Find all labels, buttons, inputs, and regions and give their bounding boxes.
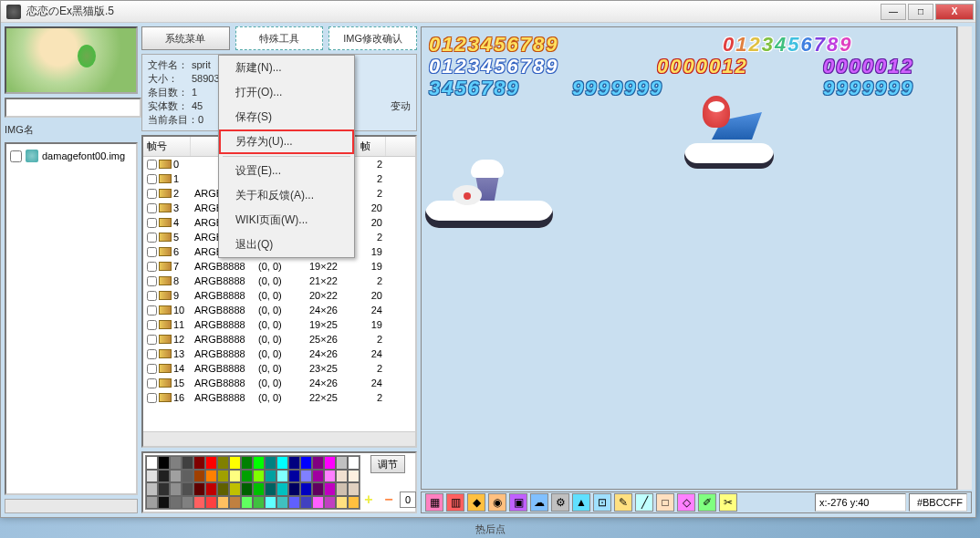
close-button[interactable]: X [935,4,974,20]
palette-swatch[interactable] [217,482,229,496]
palette-swatch[interactable] [348,482,360,496]
palette-swatch[interactable] [170,496,182,510]
crop-icon[interactable]: ⊡ [593,493,611,512]
row-checkbox[interactable] [147,349,157,359]
table-hscrollbar[interactable] [143,431,415,446]
palette-swatch[interactable] [348,496,360,510]
palette-swatch[interactable] [336,470,348,483]
table-row[interactable]: 11ARGB8888(0, 0)19×2519 [143,317,415,332]
brush-icon[interactable]: ✐ [698,493,716,512]
palette-swatch[interactable] [182,456,193,470]
img-list-item[interactable]: damagefont00.img [10,148,132,164]
table-row[interactable]: 15ARGB8888(0, 0)24×2624 [143,376,415,390]
palette-swatch[interactable] [205,470,217,483]
special-tools-button[interactable]: 特殊工具 [235,26,324,50]
sprite-preview-canvas[interactable]: 0123456789 0123456789 0123456789 0000012… [421,26,957,490]
palette-swatch[interactable] [229,456,241,470]
row-checkbox[interactable] [147,378,157,388]
preview-vscrollbar[interactable] [957,26,972,490]
palette-swatch[interactable] [336,456,348,470]
palette-swatch[interactable] [241,496,253,510]
row-checkbox[interactable] [147,189,157,199]
palette-swatch[interactable] [312,482,324,496]
row-checkbox[interactable] [147,233,157,243]
film-icon[interactable]: ▣ [509,493,527,512]
palette-minus-icon[interactable]: − [380,491,398,510]
palette-swatch[interactable] [276,470,288,483]
palette-swatch[interactable] [265,470,276,483]
img-item-checkbox[interactable] [10,150,22,162]
search-input[interactable] [5,98,141,118]
adjust-button[interactable]: 调节 [370,455,405,473]
row-checkbox[interactable] [147,335,157,345]
palette-swatch[interactable] [324,456,336,470]
cloud-icon[interactable]: ☁ [530,493,548,512]
row-checkbox[interactable] [147,174,157,184]
palette-swatch[interactable] [276,496,288,510]
row-checkbox[interactable] [147,160,157,170]
menu-wiki[interactable]: WIKI页面(W)... [219,208,354,233]
palette-swatch[interactable] [193,482,205,496]
palette-swatch[interactable] [170,470,182,483]
palette-swatch[interactable] [146,470,158,483]
palette-grid[interactable] [145,455,360,510]
palette-swatch[interactable] [146,482,158,496]
eraser-icon[interactable]: ◇ [677,493,695,512]
menu-open[interactable]: 打开(O)... [219,80,354,105]
table-row[interactable]: 10ARGB8888(0, 0)24×2624 [143,303,415,317]
palette-swatch[interactable] [253,482,265,496]
palette-swatch[interactable] [217,456,229,470]
row-checkbox[interactable] [147,305,157,316]
grid-icon[interactable]: ▦ [425,493,443,512]
color-icon[interactable]: ◆ [467,493,485,512]
palette-swatch[interactable] [324,470,336,483]
palette-swatch[interactable] [146,496,158,510]
palette-swatch[interactable] [182,482,193,496]
col-frame[interactable]: 帧 [357,137,386,156]
palette-swatch[interactable] [217,496,229,510]
img-confirm-button[interactable]: IMG修改确认 [328,26,417,50]
palette-swatch[interactable] [300,482,312,496]
palette-swatch[interactable] [312,496,324,510]
palette-swatch[interactable] [253,456,265,470]
magnify-icon[interactable]: ⚙ [551,493,569,512]
palette-swatch[interactable] [348,470,360,483]
table-row[interactable]: 14ARGB8888(0, 0)23×252 [143,361,415,376]
palette-swatch[interactable] [276,482,288,496]
palette-swatch[interactable] [170,456,182,470]
palette-swatch[interactable] [265,482,276,496]
menu-about[interactable]: 关于和反馈(A)... [219,183,354,208]
palette-swatch[interactable] [276,456,288,470]
table-row[interactable]: 16ARGB8888(0, 0)22×252 [143,390,415,405]
menu-new[interactable]: 新建(N)... [219,56,354,80]
palette-swatch[interactable] [205,496,217,510]
table-row[interactable]: 13ARGB8888(0, 0)24×2624 [143,347,415,361]
layers-icon[interactable]: ▥ [446,493,464,512]
rect-icon[interactable]: □ [656,493,674,512]
row-checkbox[interactable] [147,393,157,403]
palette-swatch[interactable] [348,456,360,470]
minimize-button[interactable]: — [881,4,906,20]
maximize-button[interactable]: □ [908,4,933,20]
palette-swatch[interactable] [205,482,217,496]
palette-swatch[interactable] [170,482,182,496]
palette-swatch[interactable] [253,470,265,483]
row-checkbox[interactable] [147,276,157,286]
palette-swatch[interactable] [182,496,193,510]
table-row[interactable]: 12ARGB8888(0, 0)25×262 [143,332,415,347]
row-checkbox[interactable] [147,291,157,301]
menu-saveas[interactable]: 另存为(U)... [219,129,354,154]
palette-swatch[interactable] [300,496,312,510]
palette-swatch[interactable] [229,496,241,510]
palette-swatch[interactable] [265,456,276,470]
pencil-icon[interactable]: ✎ [614,493,632,512]
menu-save[interactable]: 保存(S) [219,105,354,129]
palette-swatch[interactable] [300,456,312,470]
system-menu-button[interactable]: 系统菜单 [141,26,230,50]
palette-swatch[interactable] [146,456,158,470]
row-checkbox[interactable] [147,218,157,228]
palette-swatch[interactable] [158,496,170,510]
row-checkbox[interactable] [147,262,157,272]
palette-swatch[interactable] [158,482,170,496]
palette-swatch[interactable] [288,470,300,483]
